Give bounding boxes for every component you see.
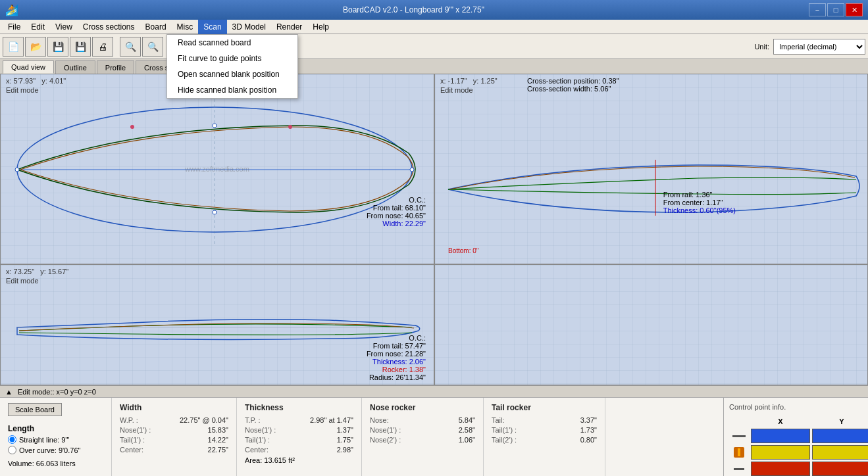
menu-3dmodel[interactable]: 3D Model — [227, 20, 271, 34]
t-tail1-label: Tail(1') : — [245, 436, 270, 444]
t-nose1-row: Nose(1') : 1.37" — [245, 426, 353, 434]
coords-bottom-left: x: 73.25" y: 15.67" — [6, 268, 68, 275]
tail1r-row: Tail(1') : 1.73" — [492, 426, 597, 434]
tail-label: Tail: — [492, 416, 505, 424]
zoom-out-button[interactable]: 🔍 — [142, 37, 163, 57]
tail1-value: 14.22" — [208, 436, 228, 444]
open-button[interactable]: 📂 — [25, 37, 46, 57]
main-view-area: x: 5'7.93" y: 4.01" Edit mode O.C.: From… — [0, 74, 868, 385]
cp-y-box-1[interactable] — [812, 429, 868, 443]
tail-rocker-panel: Tail rocker Tail: 3.37" Tail(1') : 1.73"… — [484, 398, 605, 476]
zoom-in-button[interactable]: 🔍 — [120, 37, 141, 57]
print-button[interactable]: 🖨 — [92, 37, 113, 57]
new-button[interactable]: 📄 — [3, 37, 24, 57]
cp-row3-icon — [729, 462, 749, 476]
nose-row: Nose: 5.84" — [370, 416, 475, 424]
width-header: Width — [120, 403, 228, 412]
menu-misc[interactable]: Misc — [172, 20, 199, 34]
wp-label: W.P. : — [120, 416, 138, 424]
scan-fit-curve[interactable]: Fit curve to guide points — [167, 51, 297, 66]
cp-x-header: X — [751, 416, 810, 427]
svg-point-5 — [213, 210, 217, 214]
menu-scan[interactable]: Scan — [198, 20, 226, 34]
over-curve-radio[interactable] — [8, 446, 16, 454]
tail1-label: Tail(1') : — [120, 436, 145, 444]
nose1-label: Nose(1') : — [120, 426, 151, 434]
tail2r-label: Tail(2') : — [492, 436, 517, 444]
cp-y-box-3[interactable] — [812, 462, 868, 476]
cp-row2-icon — [729, 445, 749, 460]
cp-y-box-2[interactable] — [812, 445, 868, 460]
menu-edit[interactable]: Edit — [26, 20, 50, 34]
unit-select[interactable]: Imperial (decimal) Metric — [773, 39, 865, 55]
tail1-row: Tail(1') : 14.22" — [120, 436, 228, 444]
maximize-button[interactable]: □ — [827, 3, 844, 16]
svg-point-4 — [213, 124, 217, 128]
grid-bottom-right — [435, 265, 868, 385]
center-row: Center: 22.75" — [120, 446, 228, 454]
menu-board[interactable]: Board — [140, 20, 172, 34]
cp-x-box-1[interactable] — [751, 429, 810, 443]
center-label: Center: — [120, 446, 143, 454]
menu-cross-sections[interactable]: Cross sections — [78, 20, 140, 34]
toolbar: 📄 📂 💾 💾 🖨 🔍 🔍 ▶ ⟺ ⟷ ↕ ⤢ Unit: Imperial (… — [0, 34, 868, 59]
saveas-button[interactable]: 💾 — [70, 37, 91, 57]
nose-value: 5.84" — [459, 416, 475, 424]
cp-x-box-3[interactable] — [751, 462, 810, 476]
tail2r-row: Tail(2') : 0.80" — [492, 436, 597, 444]
cp-x-box-2[interactable] — [751, 445, 810, 460]
center-value: 22.75" — [208, 446, 228, 454]
close-button[interactable]: ✕ — [846, 3, 863, 16]
tab-quad-view[interactable]: Quad view — [3, 60, 54, 74]
tail1r-label: Tail(1') : — [492, 426, 517, 434]
stats-area: Scale Board Length Straight line: 9'" Ov… — [0, 397, 868, 476]
title-bar: 🏄 BoardCAD v2.0 - Longboard 9'" x 22.75"… — [0, 0, 868, 20]
nose-rocker-header: Nose rocker — [370, 403, 475, 412]
scan-open-blank[interactable]: Open scanned blank position — [167, 66, 297, 82]
mode-top-right: Edit mode — [440, 86, 473, 94]
info-top-left: O.C.: From tail: 68.10" From nose: 40.65… — [367, 196, 426, 227]
tab-profile[interactable]: Profile — [97, 60, 134, 74]
t-center-value: 2.98" — [337, 446, 353, 454]
tail2r-value: 0.80" — [580, 436, 597, 444]
menu-view[interactable]: View — [50, 20, 78, 34]
over-curve-label: Over curve: 9'0.76" — [19, 446, 80, 454]
minimize-button[interactable]: − — [809, 3, 826, 16]
save-button[interactable]: 💾 — [47, 37, 68, 57]
svg-point-6 — [15, 168, 19, 172]
svg-point-8 — [130, 125, 134, 129]
tp-label: T.P. : — [245, 416, 261, 424]
straight-line-radio[interactable] — [8, 435, 16, 444]
cp-y-header: Y — [812, 416, 868, 427]
mode-bottom-left: Edit mode — [6, 277, 39, 285]
width-panel: Width W.P. : 22.75" @ 0.04" Nose(1') : 1… — [112, 398, 237, 476]
tab-outline[interactable]: Outline — [55, 60, 95, 74]
stats-spacer — [605, 398, 723, 476]
nose1r-value: 2.58" — [459, 426, 475, 434]
t-center-label: Center: — [245, 446, 268, 454]
nose-rocker-panel: Nose rocker Nose: 5.84" Nose(1') : 2.58"… — [362, 398, 484, 476]
cp-title: Control point info. — [729, 403, 863, 411]
menu-file[interactable]: File — [3, 20, 26, 34]
menu-render[interactable]: Render — [271, 20, 307, 34]
length-header: Length — [8, 424, 103, 433]
status-text: Edit mode:: x=0 y=0 z=0 — [18, 388, 96, 396]
scan-hide-blank[interactable]: Hide scanned blank position — [167, 82, 297, 98]
app-icon: 🏄 — [5, 4, 18, 16]
tail-row: Tail: 3.37" — [492, 416, 597, 424]
nose2r-value: 1.06" — [459, 436, 475, 444]
scan-read-board[interactable]: Read scanned board — [167, 35, 297, 51]
window-title: BoardCAD v2.0 - Longboard 9'" x 22.75" — [18, 5, 809, 14]
grid-top-right: Bottom: 0" — [435, 74, 868, 264]
resize-handle[interactable]: ▲ — [5, 388, 13, 396]
cp-empty — [729, 416, 749, 427]
length-panel: Scale Board Length Straight line: 9'" Ov… — [0, 398, 112, 476]
t-nose1-value: 1.37" — [337, 426, 353, 434]
straight-line-row: Straight line: 9'" — [8, 435, 103, 444]
cross-info: Cross-section position: 0.38" Cross-sect… — [527, 77, 619, 93]
scale-board-button[interactable]: Scale Board — [8, 403, 62, 416]
profile-info: O.C.: From tail: 57.47" From nose: 21.28… — [367, 334, 426, 381]
menu-help[interactable]: Help — [307, 20, 334, 34]
grid-top-left — [1, 74, 434, 264]
wp-value: 22.75" @ 0.04" — [180, 416, 228, 424]
